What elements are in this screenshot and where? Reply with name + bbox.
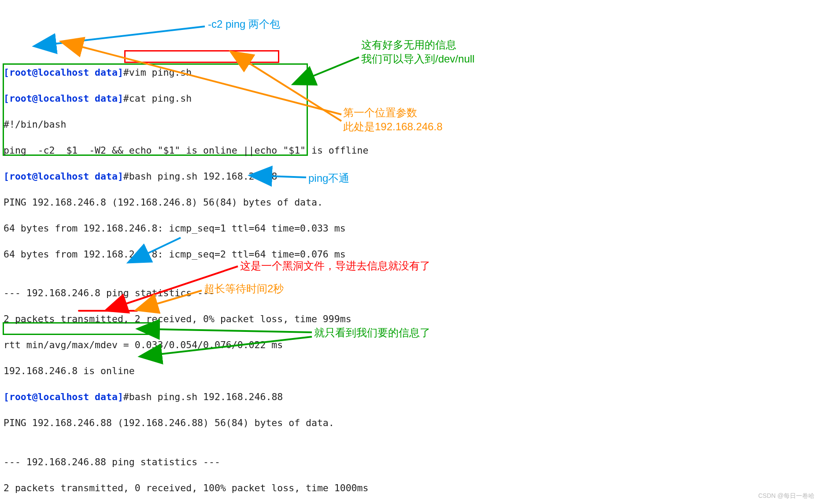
shell-prompt: [root@localhost data] xyxy=(4,67,123,78)
terminal-line: [root@localhost data]#bash ping.sh 192.1… xyxy=(4,170,814,183)
shell-prompt: [root@localhost data] xyxy=(4,391,123,402)
terminal-line: rtt min/avg/max/mdev = 0.033/0.054/0.076… xyxy=(4,338,814,352)
svg-line-0 xyxy=(53,26,205,44)
terminal-line: ping -c2 $1 -W2 && echo "$1" is online |… xyxy=(4,144,814,157)
annotation-wait-time: 超长等待时间2秒 xyxy=(204,282,284,296)
red-highlight-box xyxy=(124,50,279,63)
terminal-line: 64 bytes from 192.168.246.8: icmp_seq=2 … xyxy=(4,248,814,261)
annotation-param1: 第一个位置参数 此处是192.168.246.8 xyxy=(343,106,442,134)
annotation-c2-label: -c2 ping 两个包 xyxy=(208,18,280,31)
terminal-line: 2 packets transmitted, 0 received, 100% … xyxy=(4,482,814,495)
annotation-ping-fail: ping不通 xyxy=(308,172,349,185)
terminal-line: [root@localhost data]#bash ping.sh 192.1… xyxy=(4,390,814,404)
red-underline xyxy=(78,310,138,312)
terminal-line: 192.168.246.8 is online xyxy=(4,364,814,378)
terminal-line: --- 192.168.246.88 ping statistics --- xyxy=(4,456,814,469)
shell-prompt: [root@localhost data] xyxy=(4,93,123,104)
annotation-useless-info: 这有好多无用的信息 我们可以导入到/dev/null xyxy=(361,38,474,66)
svg-line-8 xyxy=(156,329,312,332)
terminal-line: 2 packets transmitted, 2 received, 0% pa… xyxy=(4,313,814,326)
annotation-clean-output: 就只看到我们要的信息了 xyxy=(314,326,430,340)
shell-prompt: [root@localhost data] xyxy=(4,171,123,182)
terminal-line: [root@localhost data]#cat ping.sh xyxy=(4,92,814,105)
terminal-line: [root@localhost data]#vim ping.sh xyxy=(4,66,814,79)
annotation-blackhole: 这是一个黑洞文件，导进去信息就没有了 xyxy=(240,259,430,272)
terminal-line: PING 192.168.246.88 (192.168.246.88) 56(… xyxy=(4,416,814,430)
watermark: CSDN @每日一卷哈 xyxy=(758,489,814,503)
terminal-line: 64 bytes from 192.168.246.8: icmp_seq=1 … xyxy=(4,222,814,235)
terminal-line: PING 192.168.246.8 (192.168.246.8) 56(84… xyxy=(4,196,814,209)
terminal-line: --- 192.168.246.8 ping statistics --- xyxy=(4,287,814,300)
